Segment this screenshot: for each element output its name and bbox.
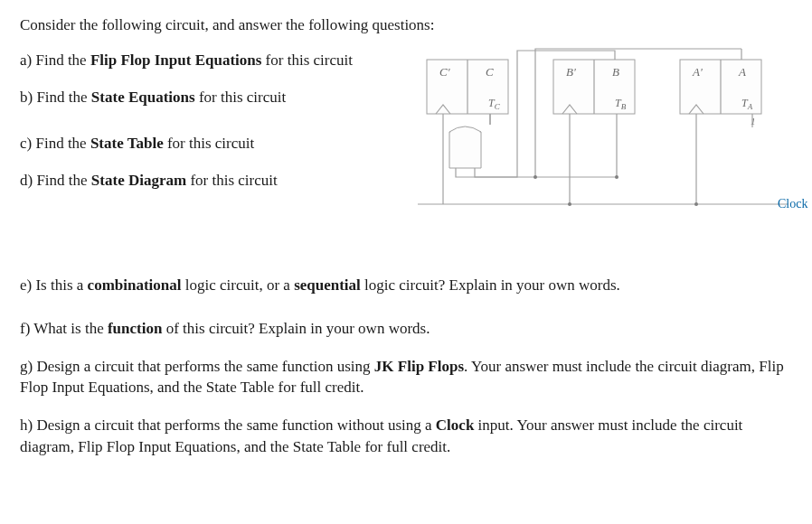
question-g: g) Design a circuit that performs the sa… <box>20 356 792 399</box>
q-c-post: for this circuit <box>164 135 255 152</box>
ff-b-q: B <box>612 65 619 79</box>
flip-flop-a: A' A TA 1 <box>680 60 761 127</box>
q-h-bold: Clock <box>436 416 475 434</box>
q-b-pre: b) Find the <box>20 89 91 106</box>
q-f-pre: f) What is the <box>20 320 108 337</box>
flip-flop-c: C' C TC <box>427 60 508 114</box>
circuit-diagram: C' C TC B' B TB A' A TA <box>400 51 792 258</box>
q-h-pre: h) Design a circuit that performs the sa… <box>20 416 436 434</box>
q-b-post: for this circuit <box>195 89 287 106</box>
q-f-post: of this circuit? Explain in your own wor… <box>162 320 430 337</box>
ff-a-q: A <box>738 65 746 79</box>
q-d-post: for this circuit <box>186 172 278 189</box>
question-f: f) What is the function of this circuit?… <box>20 318 792 340</box>
question-a: a) Find the Flip Flop Input Equations fo… <box>20 51 400 71</box>
q-d-bold: State Diagram <box>91 172 186 189</box>
q-b-bold: State Equations <box>91 89 195 106</box>
q-d-pre: d) Find the <box>20 172 91 189</box>
q-a-pre: a) Find the <box>20 51 90 69</box>
and-gate-tc <box>449 114 490 168</box>
q-a-post: for this circuit <box>261 51 353 69</box>
flip-flop-b: B' B TB <box>553 60 635 114</box>
svg-point-16 <box>568 202 571 206</box>
question-e: e) Is this a combinational logic circuit… <box>20 275 792 296</box>
ff-b-qbar: B' <box>566 65 576 79</box>
questions-left: a) Find the Flip Flop Input Equations fo… <box>20 51 400 258</box>
q-e-bold2: sequential <box>294 276 361 294</box>
svg-point-11 <box>533 175 537 179</box>
q-c-pre: c) Find the <box>20 135 90 152</box>
question-h: h) Design a circuit that performs the sa… <box>20 415 792 458</box>
circuit-svg: C' C TC B' B TB A' A TA <box>400 42 812 249</box>
q-g-pre: g) Design a circuit that performs the sa… <box>20 358 374 375</box>
top-row: a) Find the Flip Flop Input Equations fo… <box>20 51 792 258</box>
q-e-pre: e) Is this a <box>20 276 88 294</box>
ff-c-q: C <box>486 65 494 79</box>
question-c: c) Find the State Table for this circuit <box>20 134 400 154</box>
intro-text: Consider the following circuit, and answ… <box>20 16 792 34</box>
svg-point-17 <box>694 202 698 206</box>
q-f-bold: function <box>108 320 162 337</box>
q-e-mid: logic circuit, or a <box>182 276 295 294</box>
q-g-bold: JK Flip Flops <box>374 358 464 375</box>
ff-a-qbar: A' <box>692 65 703 79</box>
ff-c-qbar: C' <box>439 65 450 79</box>
ta-const-one: 1 <box>751 116 756 126</box>
clock-label: Clock <box>778 197 807 211</box>
svg-point-10 <box>615 175 618 179</box>
q-a-bold: Flip Flop Input Equations <box>90 51 261 69</box>
q-e-bold1: combinational <box>88 276 182 294</box>
question-d: d) Find the State Diagram for this circu… <box>20 171 400 192</box>
q-e-post: logic circuit? Explain in your own words… <box>361 276 620 294</box>
question-b: b) Find the State Equations for this cir… <box>20 88 400 108</box>
q-c-bold: State Table <box>90 135 164 152</box>
